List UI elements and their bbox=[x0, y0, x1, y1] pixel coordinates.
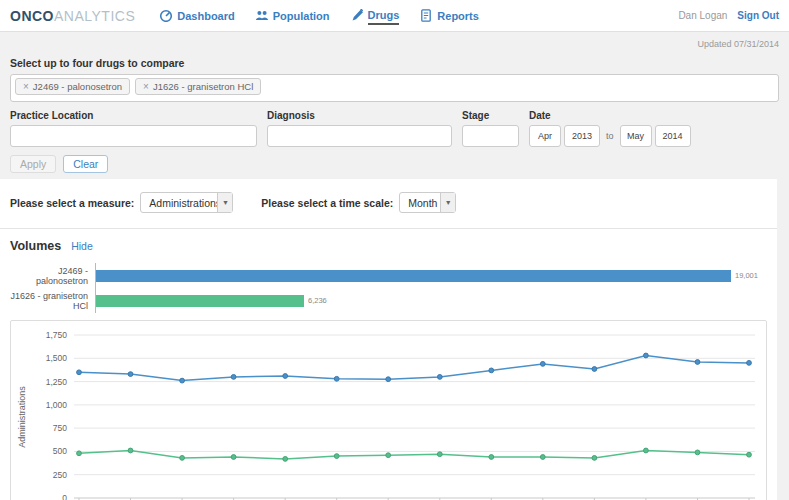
drug-tag-label: J1626 - granisetron HCl bbox=[153, 81, 253, 92]
stage-label: Stage bbox=[462, 110, 519, 121]
apply-button[interactable]: Apply bbox=[10, 155, 56, 173]
stage-input[interactable] bbox=[462, 125, 519, 147]
administrations-line-chart: 02505007501,0001,2501,5001,750Apr '13May… bbox=[11, 321, 766, 500]
svg-text:1,750: 1,750 bbox=[46, 330, 68, 340]
nav-item-population[interactable]: Population bbox=[245, 0, 340, 31]
date-to-month-select[interactable]: May bbox=[620, 125, 652, 147]
bar-fill-granisetron bbox=[96, 295, 304, 307]
user-name: Dan Logan bbox=[678, 10, 727, 21]
practice-location-input[interactable] bbox=[10, 125, 257, 147]
nav-label: Dashboard bbox=[177, 8, 234, 24]
administrations-line-chart-box: 02505007501,0001,2501,5001,750Apr '13May… bbox=[10, 320, 767, 500]
drug-tag-input[interactable]: × J2469 - palonosetron × J1626 - granise… bbox=[10, 74, 779, 102]
nav-label: Drugs bbox=[368, 7, 400, 25]
nav-label: Population bbox=[273, 8, 330, 24]
clear-button[interactable]: Clear bbox=[63, 155, 108, 173]
drug-tag[interactable]: × J1626 - granisetron HCl bbox=[135, 78, 261, 95]
svg-text:500: 500 bbox=[53, 446, 67, 456]
time-scale-select-label: Please select a time scale: bbox=[261, 197, 393, 209]
measure-controls-row: Please select a measure: Administrations… bbox=[0, 179, 777, 229]
top-header: ONCOANALYTICS Dashboard Population Drugs… bbox=[0, 0, 789, 32]
date-field: Date Apr 2013 to May 2014 bbox=[529, 110, 691, 147]
svg-text:1,250: 1,250 bbox=[46, 377, 68, 387]
bar-track: 6,236 bbox=[95, 288, 767, 313]
date-label: Date bbox=[529, 110, 691, 121]
bar-fill-palonosetron bbox=[96, 270, 731, 282]
filter-buttons-row: Apply Clear bbox=[10, 155, 779, 173]
remove-tag-icon[interactable]: × bbox=[143, 81, 149, 92]
logo-secondary: ANALYTICS bbox=[54, 8, 135, 24]
volumes-bar-chart: J2469 - palonosetron 19,001 J1626 - gran… bbox=[10, 263, 767, 313]
measure-select[interactable]: Administrations ▼ bbox=[140, 192, 233, 213]
dashboard-icon bbox=[159, 9, 173, 22]
svg-text:750: 750 bbox=[53, 423, 67, 433]
drug-tag[interactable]: × J2469 - palonosetron bbox=[15, 78, 130, 95]
svg-text:1,000: 1,000 bbox=[46, 400, 68, 410]
date-to-year-select[interactable]: 2014 bbox=[655, 125, 691, 147]
measure-select-value: Administrations bbox=[141, 193, 217, 212]
chevron-down-icon: ▼ bbox=[440, 193, 455, 212]
drug-selector-label: Select up to four drugs to compare bbox=[10, 57, 779, 69]
nav-label: Reports bbox=[437, 8, 479, 24]
date-range-group: Apr 2013 to May 2014 bbox=[529, 125, 691, 147]
population-icon bbox=[255, 9, 269, 22]
updated-timestamp: Updated 07/31/2014 bbox=[10, 32, 779, 56]
sign-out-link[interactable]: Sign Out bbox=[737, 10, 779, 21]
diagnosis-label: Diagnosis bbox=[267, 110, 452, 121]
nav-item-drugs[interactable]: Drugs bbox=[340, 0, 410, 31]
diagnosis-field: Diagnosis bbox=[267, 110, 452, 147]
bar-value: 19,001 bbox=[735, 271, 758, 280]
time-scale-select[interactable]: Month ▼ bbox=[399, 192, 456, 213]
practice-location-field: Practice Location bbox=[10, 110, 257, 147]
filter-section: Updated 07/31/2014 Select up to four dru… bbox=[0, 32, 789, 179]
bar-row: J2469 - palonosetron 19,001 bbox=[10, 263, 767, 288]
main-panel: Please select a measure: Administrations… bbox=[0, 179, 777, 500]
filter-fields-row: Practice Location Diagnosis Stage Date A… bbox=[10, 110, 779, 147]
stage-field: Stage bbox=[462, 110, 519, 147]
chevron-down-icon: ▼ bbox=[217, 193, 232, 212]
svg-text:250: 250 bbox=[53, 470, 67, 480]
time-scale-select-value: Month bbox=[400, 193, 440, 212]
drug-tag-label: J2469 - palonosetron bbox=[33, 81, 122, 92]
nav-item-dashboard[interactable]: Dashboard bbox=[149, 0, 244, 31]
svg-text:Administrations: Administrations bbox=[17, 386, 27, 448]
bar-value: 6,236 bbox=[308, 296, 327, 305]
remove-tag-icon[interactable]: × bbox=[23, 81, 29, 92]
bar-track: 19,001 bbox=[95, 263, 767, 288]
diagnosis-input[interactable] bbox=[267, 125, 452, 147]
app-logo: ONCOANALYTICS bbox=[10, 8, 135, 24]
header-user-area: Dan Logan Sign Out bbox=[678, 10, 779, 21]
measure-select-label: Please select a measure: bbox=[10, 197, 134, 209]
main-nav: Dashboard Population Drugs Reports bbox=[149, 0, 489, 31]
svg-text:0: 0 bbox=[62, 493, 67, 500]
date-from-year-select[interactable]: 2013 bbox=[564, 125, 600, 147]
bar-label: J2469 - palonosetron bbox=[10, 266, 95, 286]
practice-location-label: Practice Location bbox=[10, 110, 257, 121]
volumes-header: Volumes Hide bbox=[10, 239, 767, 253]
svg-text:1,500: 1,500 bbox=[46, 353, 68, 363]
bar-row: J1626 - granisetron HCl 6,236 bbox=[10, 288, 767, 313]
nav-item-reports[interactable]: Reports bbox=[409, 0, 489, 31]
volumes-title: Volumes bbox=[10, 239, 61, 253]
reports-icon bbox=[419, 9, 433, 22]
drugs-dropper-icon bbox=[350, 9, 364, 22]
date-separator-label: to bbox=[606, 131, 614, 141]
hide-volumes-link[interactable]: Hide bbox=[71, 240, 93, 252]
date-from-month-select[interactable]: Apr bbox=[529, 125, 561, 147]
volumes-section: Volumes Hide J2469 - palonosetron 19,001… bbox=[0, 229, 777, 313]
bar-label: J1626 - granisetron HCl bbox=[10, 291, 95, 311]
logo-primary: ONCO bbox=[10, 8, 54, 24]
